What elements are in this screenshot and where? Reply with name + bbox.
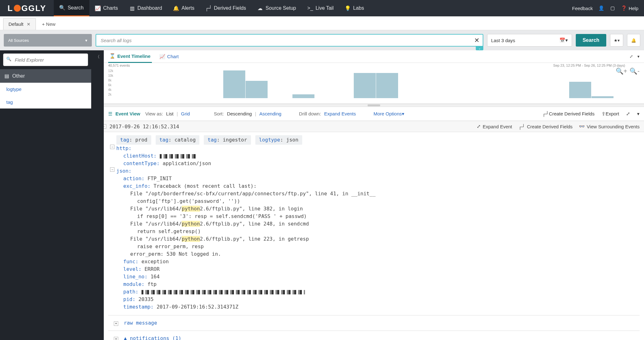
tag-chip[interactable]: tag: ingestor [204, 135, 251, 145]
feedback-link[interactable]: Feedback [572, 6, 593, 11]
collapse-toggle[interactable]: − [110, 145, 114, 149]
timeline-chart: 40,571 events Sep 23, 12:25 PM - Sep 26,… [104, 63, 644, 104]
traceback-line: if resp[0] == '3': resp = self.sendcmd('… [116, 213, 640, 220]
sort-label: Sort: [214, 111, 224, 116]
new-tab-button[interactable]: +New [38, 18, 60, 30]
timeline-bar[interactable] [569, 82, 591, 98]
export-icon: ⇪ [602, 111, 606, 116]
traceback-line: File "/usr/lib64/python2.6/ftplib.py", l… [116, 220, 640, 228]
event-view-bar: ☰ Event View View as: List | Grid Sort: … [104, 107, 644, 121]
org-icon: ▢ [610, 5, 615, 11]
collapse-toggle[interactable]: − [110, 167, 114, 172]
traceback-line: config['ftp'].get('password', '')) [116, 198, 640, 205]
timeline-bar[interactable] [354, 73, 376, 98]
clear-search-icon[interactable]: ✕ [474, 36, 480, 44]
sidebar-item-tag[interactable]: tag [0, 96, 91, 109]
search-tabs: Default ✕ +New [0, 16, 644, 30]
expand-icon[interactable]: ⤢ [630, 54, 633, 59]
alert-button[interactable]: 🔔 [627, 34, 640, 47]
field-explorer-input[interactable] [3, 53, 88, 66]
timeline-bars[interactable] [116, 70, 640, 98]
sources-dropdown[interactable]: All Sources ▾ [4, 34, 92, 47]
expand-events[interactable]: Expand Events [324, 111, 356, 116]
sidebar-category-other[interactable]: ▤ Other [0, 69, 91, 83]
sort-desc[interactable]: Descending [227, 111, 252, 116]
top-navbar: LGGLY 🔍Search 📈Charts ▥Dashboard 🔔Alerts… [0, 0, 644, 16]
tab-chart[interactable]: 📈Chart [158, 51, 180, 63]
expand-toggle[interactable]: + [114, 337, 118, 340]
chart-icon: 📈 [159, 54, 165, 59]
tab-event-timeline[interactable]: ⌛Event Timeline [108, 50, 152, 63]
nav-search[interactable]: 🔍Search [54, 0, 89, 16]
more-options[interactable]: More Options▾ [374, 111, 404, 117]
timeline-bar[interactable] [223, 70, 245, 98]
tag-chip[interactable]: tag: prod [116, 135, 151, 145]
nav-charts[interactable]: 📈Charts [89, 0, 124, 16]
close-icon[interactable]: ✕ [27, 22, 31, 27]
chart-tabs: ⌛Event Timeline 📈Chart ⤢ ▾ [104, 50, 644, 63]
traceback-line: File "/opt/borderfree/sc-bfx/current/app… [116, 190, 640, 198]
logo-dot-icon [14, 5, 21, 12]
raw-message-link[interactable]: raw message [124, 320, 157, 326]
export-button[interactable]: ⇪Export [602, 111, 619, 117]
create-derived-fields[interactable]: ┌┘Create Derived Fields [519, 124, 573, 129]
time-range-label: Sep 23, 12:25 PM - Sep 26, 12:25 PM (3 d… [553, 64, 625, 67]
star-icon: ★▾ [614, 38, 620, 43]
tag-chip[interactable]: tag: catalog [156, 135, 200, 145]
nav-dashboard[interactable]: ▥Dashboard [124, 0, 168, 16]
terminal-icon: >_ [307, 5, 313, 11]
splitter[interactable] [104, 104, 644, 107]
expand-icon[interactable]: ⤢ [626, 111, 630, 117]
event-body: tag: prodtag: catalogtag: ingestorlogtyp… [104, 132, 644, 340]
tab-default[interactable]: Default ✕ [3, 18, 36, 30]
timeline-bar[interactable] [292, 94, 314, 98]
create-derived-fields[interactable]: ┌┘Create Derived Fields [542, 111, 594, 116]
chevron-down-icon[interactable]: ▾ [637, 111, 640, 117]
traceback-line: return self.getresp() [116, 228, 640, 235]
search-button[interactable]: Search [576, 34, 606, 47]
timeline-bar[interactable] [591, 96, 613, 98]
bulb-icon: 💡 [345, 5, 351, 11]
event-view-link[interactable]: Event View [115, 111, 140, 116]
bell-icon: 🔔 [631, 38, 636, 43]
search-icon: 🔍 [59, 5, 65, 11]
sidebar-collapse[interactable]: 〈 [91, 50, 104, 340]
org-menu[interactable]: ▢ [610, 5, 615, 11]
expand-icon: ⤢ [477, 124, 481, 129]
chart-icon: 📈 [95, 5, 101, 11]
help-link[interactable]: ❓Help [621, 5, 638, 11]
list-icon: ☰ [108, 111, 112, 117]
expand-search-icon[interactable]: ⌄ [476, 46, 483, 50]
drive-icon: ▤ [4, 73, 9, 79]
timerange-dropdown[interactable]: Last 3 days 📅▾ [487, 34, 572, 47]
collapse-toggle[interactable]: − [104, 124, 106, 129]
view-grid[interactable]: Grid [181, 111, 190, 116]
redacted [142, 290, 305, 294]
favorite-button[interactable]: ★▾ [610, 34, 623, 47]
view-surrounding[interactable]: 👓View Surrounding Events [579, 124, 640, 129]
sidebar-item-logtype[interactable]: logtype [0, 83, 91, 96]
nav-alerts[interactable]: 🔔Alerts [168, 0, 200, 16]
notifications-link[interactable]: notifications (1) [130, 335, 181, 340]
expand-event[interactable]: ⤢Expand Event [477, 124, 512, 129]
nav-labs[interactable]: 💡Labs [339, 0, 370, 16]
nav-derived-fields[interactable]: ┌┘Derived Fields [200, 0, 252, 16]
timeline-bar[interactable] [246, 81, 268, 98]
expand-toggle[interactable]: + [114, 321, 118, 326]
event-count: 40,571 events [108, 64, 130, 67]
derived-icon: ┌┘ [206, 5, 211, 11]
chevron-left-icon: 〈 [96, 54, 100, 340]
traceback-line: error_perm: 530 Not logged in. [116, 250, 640, 258]
chevron-down-icon[interactable]: ▾ [637, 54, 640, 59]
calendar-icon: 📅▾ [559, 37, 568, 43]
search-input[interactable] [96, 34, 483, 47]
view-list[interactable]: List [166, 111, 173, 116]
sort-asc[interactable]: Ascending [259, 111, 281, 116]
logo: LGGLY [0, 3, 54, 13]
cloud-icon: ☁ [257, 5, 263, 11]
timeline-bar[interactable] [376, 73, 398, 98]
nav-source-setup[interactable]: ☁Source Setup [252, 0, 302, 16]
tag-chip[interactable]: logtype: json [255, 135, 302, 145]
user-menu[interactable]: 👤 [598, 5, 604, 11]
nav-live-tail[interactable]: >_Live Tail [302, 0, 339, 16]
